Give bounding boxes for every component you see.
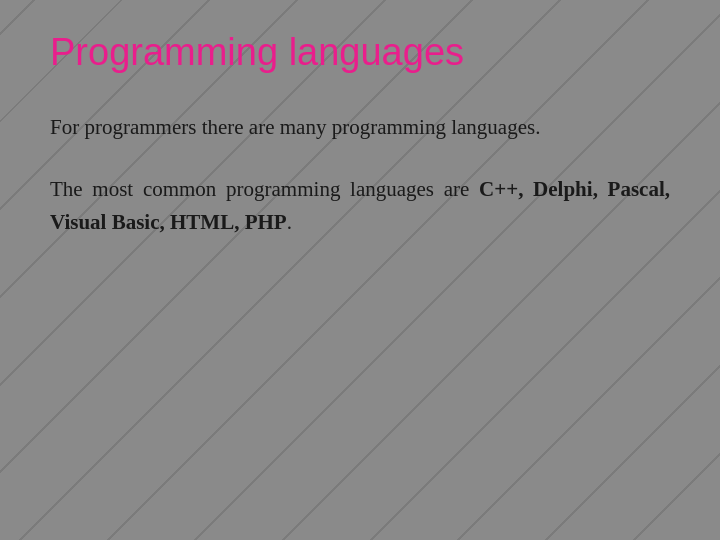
paragraph-2-intro: The most common programming languages ar… (50, 177, 479, 201)
paragraph-2-end: . (287, 210, 292, 234)
slide-title: Programming languages (50, 30, 670, 76)
paragraph-1-text: For programmers there are many programmi… (50, 115, 540, 139)
slide-content: Programming languages For programmers th… (50, 30, 670, 268)
paragraph-2: The most common programming languages ar… (50, 173, 670, 238)
paragraph-1: For programmers there are many programmi… (50, 111, 670, 144)
slide: Programming languages For programmers th… (0, 0, 720, 540)
